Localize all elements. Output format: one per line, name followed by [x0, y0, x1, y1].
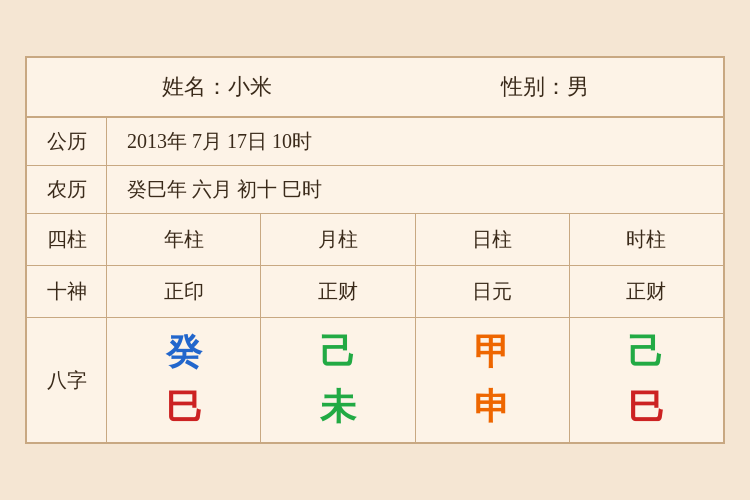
- gregorian-value: 2013年 7月 17日 10时: [107, 118, 332, 165]
- main-container: 姓名：小米 性别：男 公历 2013年 7月 17日 10时 农历 癸巳年 六月…: [25, 56, 725, 444]
- bazi-year-top: 癸: [166, 328, 202, 377]
- hour-column-header: 时柱: [570, 214, 723, 265]
- gender-label: 性别：男: [501, 72, 589, 102]
- bazi-hour-cell: 己 巳: [570, 318, 723, 442]
- lunar-value: 癸巳年 六月 初十 巳时: [107, 166, 342, 213]
- bazi-hour-bottom: 巳: [628, 383, 664, 432]
- bazi-day-cell: 甲 申: [416, 318, 570, 442]
- columns-row: 四柱 年柱 月柱 日柱 时柱: [27, 214, 723, 266]
- bazi-year-cell: 癸 巳: [107, 318, 261, 442]
- gregorian-row: 公历 2013年 7月 17日 10时: [27, 118, 723, 166]
- bazi-row: 八字 癸 巳 己 未 甲 申 己 巳: [27, 318, 723, 442]
- shishen-row: 十神 正印 正财 日元 正财: [27, 266, 723, 318]
- lunar-label: 农历: [27, 166, 107, 213]
- header-row: 姓名：小米 性别：男: [27, 58, 723, 118]
- shishen-month: 正财: [261, 266, 415, 317]
- bazi-year-bottom: 巳: [166, 383, 202, 432]
- shishen-hour: 正财: [570, 266, 723, 317]
- shishen-day: 日元: [416, 266, 570, 317]
- shishen-label: 十神: [27, 266, 107, 317]
- name-label: 姓名：小米: [162, 72, 272, 102]
- columns-label: 四柱: [27, 214, 107, 265]
- bazi-day-bottom: 申: [474, 383, 510, 432]
- bazi-day-top: 甲: [474, 328, 510, 377]
- lunar-row: 农历 癸巳年 六月 初十 巳时: [27, 166, 723, 214]
- shishen-year: 正印: [107, 266, 261, 317]
- month-column-header: 月柱: [261, 214, 415, 265]
- bazi-month-top: 己: [320, 328, 356, 377]
- bazi-hour-top: 己: [628, 328, 664, 377]
- year-column-header: 年柱: [107, 214, 261, 265]
- bazi-label: 八字: [27, 318, 107, 442]
- day-column-header: 日柱: [416, 214, 570, 265]
- bazi-month-bottom: 未: [320, 383, 356, 432]
- gregorian-label: 公历: [27, 118, 107, 165]
- bazi-month-cell: 己 未: [261, 318, 415, 442]
